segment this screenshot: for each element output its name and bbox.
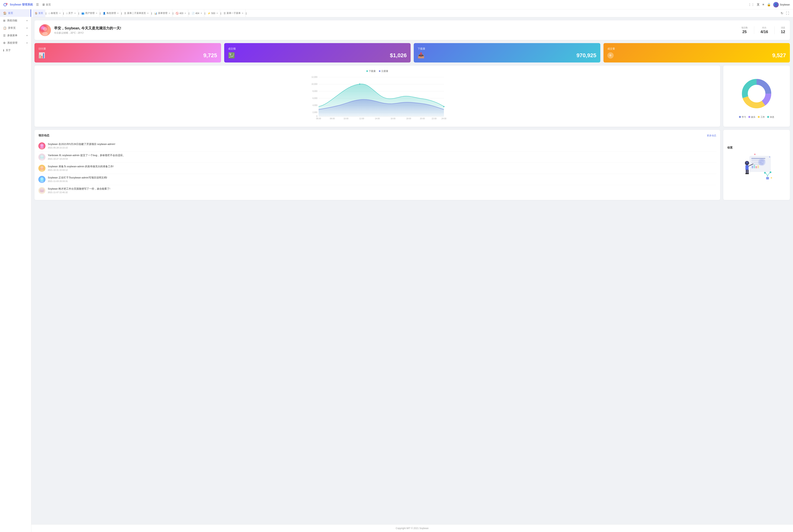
svg-point-49 <box>40 188 43 191</box>
legend-dot-work <box>758 116 760 118</box>
tab-users-close[interactable]: ✕ <box>96 12 97 14</box>
activity-title: 项目动态 <box>38 134 49 137</box>
tab-403[interactable]: 🚫 403 ✕ <box>174 10 188 17</box>
activity-text-4: Soybean 正在忙于为soybean-admin写项目说明文档! <box>48 176 107 179</box>
tab-users[interactable]: 👥 用户管理 ✕ <box>79 10 99 17</box>
tab-404-close[interactable]: ✕ <box>200 12 202 14</box>
footer-text: Copyright MIT © 2021 Soybean <box>396 527 429 530</box>
activity-content-5: Soybean 刚才把工作台页面随便写了一些，凑合能看了! 2021-11-07… <box>48 187 110 193</box>
tab-about-label: 关于 <box>68 12 73 15</box>
tab-menu-label: 菜单管理 <box>158 12 168 15</box>
svg-point-35 <box>749 86 765 101</box>
tab-tags-icon: □ <box>49 12 50 15</box>
tab-404[interactable]: 📄 404 ✕ <box>190 10 204 17</box>
tab-500[interactable]: ⚡ 500 ✕ <box>206 10 220 17</box>
svg-point-37 <box>40 144 43 147</box>
legend-dot-downloads <box>366 70 368 72</box>
metric-transactions-icon: ® <box>607 52 614 59</box>
stat-divider-2 <box>774 26 775 34</box>
activity-item-2: Yanbowe 向 soybean-admin 提交了一个bug，多标签栏不会自… <box>38 152 716 163</box>
sidebar-item-multimenu[interactable]: ☰ 多级菜单 ▼ <box>0 32 31 39</box>
svg-point-30 <box>443 106 444 107</box>
tab-fullscreen-button[interactable]: ⛶ <box>785 11 790 16</box>
lock-icon[interactable]: 🔒 <box>767 3 771 6</box>
exception-icon: 📋 <box>3 26 6 30</box>
tab-about[interactable]: □ 关于 ✕ <box>64 10 78 17</box>
metric-visits-title: 访问量 <box>38 47 217 51</box>
sidebar-item-system[interactable]: ⊞ 系统功能 ▼ <box>0 17 31 24</box>
menu-toggle-button[interactable]: ☰ <box>35 2 40 7</box>
user-menu[interactable]: 👤 Soybean <box>773 2 790 7</box>
tab-refresh-button[interactable]: ↻ <box>780 11 784 16</box>
sidebar-label-system: 系统功能 <box>7 19 17 22</box>
tab-menu-manage[interactable]: 📊 菜单管理 ✕ <box>152 10 172 17</box>
chevron-down-icon-2: ▼ <box>26 27 28 29</box>
about-icon: ℹ <box>3 49 4 52</box>
svg-point-57 <box>759 160 764 165</box>
legend-dot-rest <box>767 116 769 118</box>
donut-chart-svg <box>737 74 776 113</box>
activity-avatar-2 <box>38 154 45 160</box>
home-tab-nav[interactable]: 首页 <box>46 3 51 6</box>
metric-revenue-title: 成交额 <box>228 47 407 51</box>
activity-avatar-4 <box>38 176 45 183</box>
grid-icon[interactable]: ⋮⋮ <box>748 3 754 6</box>
tab-sep-9: | <box>205 12 205 15</box>
legend-dot-entertainment <box>748 116 750 118</box>
tab-sep-2: | <box>63 12 64 15</box>
tab-about-close[interactable]: ✕ <box>74 12 76 14</box>
tab-submenu-home[interactable]: ☰ 菜单二子菜单首页 ✕ <box>122 10 151 17</box>
svg-point-59 <box>746 162 748 164</box>
svg-point-1 <box>6 3 8 5</box>
svg-point-70 <box>769 156 770 157</box>
tab-sep-4: | <box>100 12 100 15</box>
stat-todo: 待办 4/16 <box>760 26 768 34</box>
legend-rest: 休息 <box>767 116 774 118</box>
tab-403-close[interactable]: ✕ <box>185 12 186 14</box>
activity-text-3: Soybean 准备为 soybean-admin 的发布做充分的准备工作! <box>48 165 114 168</box>
tab-users-label: 用户管理 <box>85 12 95 15</box>
legend-study-label: 学习 <box>742 116 746 118</box>
logo-icon <box>3 2 8 7</box>
tab-home[interactable]: 🏠 首页 <box>33 10 45 17</box>
svg-text:10,000: 10,000 <box>311 83 317 85</box>
greeting-text: 早安，Soybean, 今天又是充满活力的一天! <box>54 26 121 31</box>
tab-500-icon: ⚡ <box>208 12 211 15</box>
tab-submenu1-close[interactable]: ✕ <box>242 12 244 14</box>
translate-icon[interactable]: 文 <box>757 3 759 6</box>
tab-submenu1[interactable]: ☰ 菜单一子菜单 ✕ <box>221 10 246 17</box>
svg-point-67 <box>764 172 766 174</box>
sidebar-item-home[interactable]: 🏠 首页 <box>0 10 31 17</box>
svg-point-4 <box>42 32 48 36</box>
sidebar-item-exception[interactable]: 📋 异常页 ▼ <box>0 24 31 32</box>
tab-tags-close[interactable]: ✕ <box>59 12 61 14</box>
tab-roles[interactable]: 👤 角色管理 ✕ <box>101 10 121 17</box>
tab-roles-close[interactable]: ✕ <box>117 12 119 14</box>
activity-text-1: Soybean 在2021年5月28日创建了开源项目 soybean-admin… <box>48 142 115 146</box>
chevron-down-icon: ▼ <box>26 20 28 22</box>
activity-content-1: Soybean 在2021年5月28日创建了开源项目 soybean-admin… <box>48 142 115 149</box>
tab-submenu-close[interactable]: ✕ <box>147 12 149 14</box>
tab-menu-close[interactable]: ✕ <box>169 12 170 14</box>
tab-submenu1-icon: ☰ <box>224 12 226 15</box>
stat-messages-value: 12 <box>781 30 785 34</box>
svg-rect-73 <box>754 165 755 168</box>
svg-text:12,000: 12,000 <box>311 76 317 78</box>
sidebar-label-about: 关于 <box>6 49 11 52</box>
more-activities-link[interactable]: 更多动态 <box>707 134 716 137</box>
stat-projects-value: 25 <box>741 30 748 34</box>
activity-item-3: Soybean 准备为 soybean-admin 的发布做充分的准备工作! 2… <box>38 163 716 174</box>
creative-card: 创意 <box>723 130 790 200</box>
activity-header: 项目动态 更多动态 <box>38 134 716 137</box>
svg-text:0: 0 <box>316 115 317 117</box>
chart-legend: 下载量 注册量 <box>38 70 716 73</box>
user-name: Soybean <box>780 3 790 6</box>
activity-card: 项目动态 更多动态 Soybean 在2021年5月28日创建了开源项目 soy… <box>35 130 720 200</box>
sidebar-item-about[interactable]: ℹ 关于 <box>0 46 31 54</box>
metric-revenue-icon: 💹 <box>228 52 235 59</box>
sun-icon[interactable]: ☀ <box>762 3 765 6</box>
donut-chart-card: 学习 娱乐 工作 休息 <box>723 65 790 127</box>
tab-tags[interactable]: □ 标签页 ✕ <box>46 10 63 17</box>
tab-500-close[interactable]: ✕ <box>216 12 218 14</box>
sidebar-item-sysmanage[interactable]: ⚙ 系统管理 ▼ <box>0 39 31 46</box>
